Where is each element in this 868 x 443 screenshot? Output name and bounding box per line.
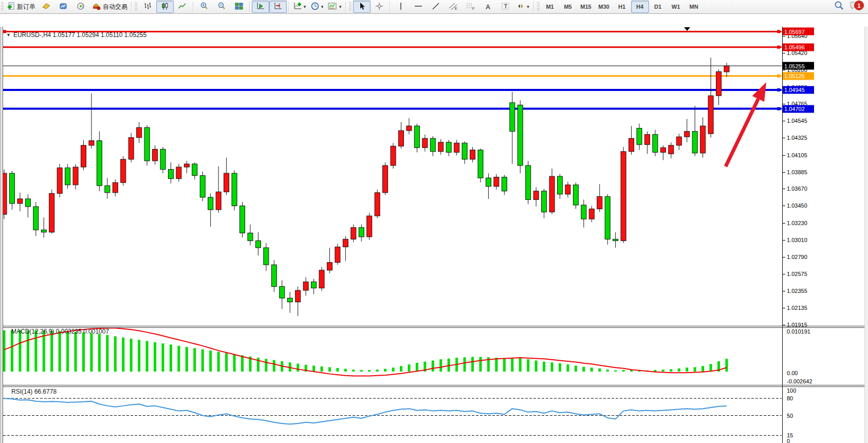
search-icon[interactable] (834, 1, 844, 13)
fibonacci-tool-button[interactable]: F (462, 1, 479, 13)
templates-button[interactable]: ▾ (326, 1, 344, 13)
autotrading-button[interactable]: 自动交易 (90, 1, 130, 13)
pane-splitter[interactable] (0, 327, 864, 328)
line-anchor-handle[interactable] (777, 107, 780, 110)
trend-arrow[interactable] (726, 82, 766, 167)
candle-body (462, 143, 467, 159)
timeframe-h4-button[interactable]: H4 (631, 1, 649, 13)
crosshair-tool-button[interactable] (371, 1, 388, 13)
chart-title-collapse-icon[interactable]: ▼ (6, 32, 11, 38)
macd-histogram-bar (50, 331, 53, 372)
macd-histogram-bar (439, 359, 442, 372)
line-anchor-handle[interactable] (777, 30, 780, 33)
candle-body (438, 142, 444, 152)
timeframe-h1-button[interactable]: H1 (613, 1, 631, 13)
bar-chart-icon (143, 2, 152, 12)
macd-indicator-label: MACD(12,26,9) 0.003235 0.001007 (11, 328, 109, 335)
macd-histogram-bar (59, 331, 61, 372)
vertical-line-tool-button[interactable] (392, 1, 410, 13)
candle-body (303, 282, 308, 290)
chart-shift-button[interactable] (269, 1, 287, 13)
text-tool-button[interactable]: A (479, 1, 497, 13)
macd-histogram-bar (710, 364, 712, 372)
horizontal-level-lines[interactable] (3, 27, 782, 110)
macd-histogram-bar (170, 345, 172, 372)
candle-body (232, 173, 237, 206)
fibonacci-icon: F (466, 2, 475, 12)
dropdown-caret-icon: ▾ (527, 4, 529, 9)
pane-splitter[interactable] (0, 326, 864, 326)
candle-body (716, 71, 722, 96)
price-tick-mark (783, 155, 785, 156)
svg-text:E: E (455, 7, 457, 10)
macd-histogram-bar (479, 357, 482, 372)
candle-body (49, 193, 54, 232)
cursor-tool-button[interactable] (353, 1, 371, 13)
candle-body (391, 146, 396, 165)
toolbar-separator (533, 2, 534, 12)
signals-icon (77, 2, 86, 12)
macd-histogram-bar (654, 370, 656, 372)
candle-body (121, 159, 126, 182)
macd-histogram-bar (543, 362, 545, 372)
zoom-out-button[interactable] (213, 1, 230, 13)
history-button[interactable] (55, 1, 72, 13)
timeframe-m1-button[interactable]: M1 (541, 1, 559, 13)
signals-button[interactable] (72, 1, 90, 13)
text-label-tool-button[interactable]: T (497, 1, 514, 13)
rsi-pane (3, 398, 782, 435)
toolbar-grip[interactable] (135, 2, 137, 11)
price-tick-label: 1.03010 (787, 237, 807, 243)
timeframe-m30-button[interactable]: M30 (595, 1, 613, 13)
arrows-tool-button[interactable]: ▾ (514, 1, 532, 13)
candle-body (470, 150, 475, 159)
line-anchor-handle[interactable] (777, 88, 780, 91)
tile-windows-button[interactable] (230, 1, 248, 13)
pane-splitter[interactable] (0, 385, 864, 385)
toolbar-grip[interactable] (537, 2, 540, 11)
bar-chart-button[interactable] (139, 1, 156, 13)
price-tick-label: 1.02575 (787, 271, 807, 277)
timeframe-m15-button[interactable]: M15 (577, 1, 595, 13)
toolbar-grip[interactable] (1, 2, 4, 11)
trendline-tool-button[interactable] (427, 1, 445, 13)
horizontal-line-tool-button[interactable] (410, 1, 427, 13)
macd-signal-line (4, 328, 727, 376)
macd-histogram-bar (273, 360, 275, 372)
chart-canvas[interactable] (0, 13, 868, 443)
timeframe-w1-button[interactable]: W1 (667, 1, 685, 13)
macd-histogram-bar (75, 332, 77, 372)
candle-body (264, 248, 269, 265)
timeframe-m5-button[interactable]: M5 (559, 1, 577, 13)
dropdown-caret-icon: ▾ (321, 4, 324, 9)
trendline-icon (432, 2, 440, 12)
macd-histogram-bar (670, 369, 672, 372)
toolbar-grip[interactable] (349, 2, 352, 11)
toolbar-separator (390, 2, 391, 12)
macd-histogram-bar (590, 367, 593, 372)
macd-histogram-bar (535, 360, 538, 372)
auto-scroll-button[interactable] (252, 1, 269, 13)
macd-histogram-bar (503, 359, 506, 372)
timeframe-mn-button[interactable]: MN (685, 1, 703, 13)
equidistant-channel-tool-button[interactable]: E (445, 1, 462, 13)
zoom-in-button[interactable] (195, 1, 213, 13)
line-anchor-handle[interactable] (777, 46, 780, 49)
new-order-button[interactable]: 新订单 (5, 1, 38, 13)
periods-button[interactable]: ▾ (308, 1, 326, 13)
line-anchor-handle[interactable] (777, 75, 780, 78)
macd-histogram-bar (662, 370, 664, 372)
pane-splitter[interactable] (0, 386, 864, 387)
candlestick-chart-button[interactable] (156, 1, 174, 13)
timeframe-d1-button[interactable]: D1 (649, 1, 667, 13)
macd-histogram-bar (432, 360, 434, 372)
top-line-marker[interactable] (684, 27, 690, 31)
line-chart-button[interactable] (174, 1, 191, 13)
tag-button[interactable] (38, 1, 55, 13)
candle-body (494, 177, 499, 187)
indicators-button[interactable]: ▾ (291, 1, 308, 13)
candle-body (224, 173, 229, 192)
notification-badge[interactable]: 1 (854, 1, 864, 10)
macd-histogram-bar (559, 363, 561, 372)
candle-body (144, 127, 150, 161)
